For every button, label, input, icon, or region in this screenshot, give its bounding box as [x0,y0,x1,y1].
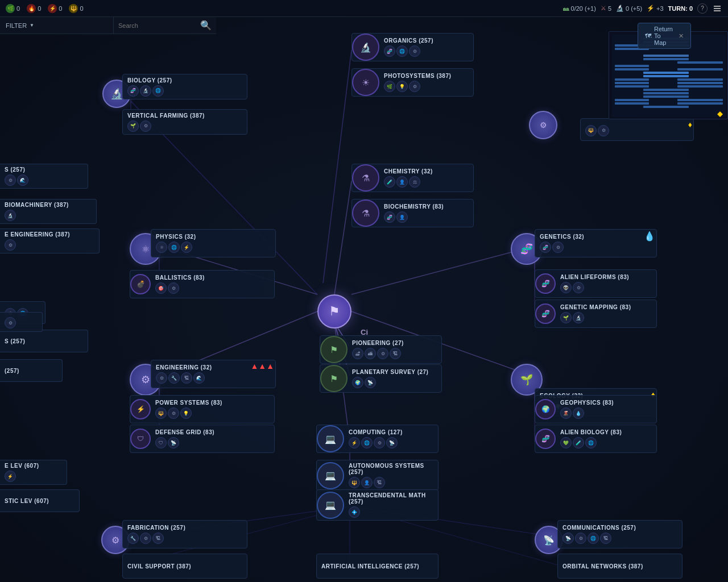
sub-icon: 🧪 [573,437,584,448]
e-lev-title: E LEV (607) [5,463,62,469]
left-257-title: (257) [5,368,57,374]
tech-node-alien-lifeforms[interactable]: 🧬 ALIEN LIFEFORMS (83) 👽 ⚙ [535,269,657,298]
planetary-survey-sub-icons: 🌍 📡 [352,377,437,388]
tech-node-organics[interactable]: 🔬 ORGANICS (257) 🧬 🌐 ⚙ [351,33,474,61]
tech-node-orbital-networks[interactable]: ORBITAL NETWORKS (387) [557,554,682,579]
planetary-survey-icon: ⚑ [330,373,338,384]
vertical-farming-title: VERTICAL FARMING (387) [127,113,242,119]
tech-node-left-s2[interactable]: S (257) [0,330,88,352]
sub-icon: 🔱 [349,477,360,488]
chemistry-sub-icons: 🧪 👤 ⚖ [384,176,469,188]
return-to-map-button[interactable]: 🗺 Return To Map ✕ [638,23,691,49]
tech-node-biomachinery[interactable]: BIOMACHINERY (387) 🔬 [0,199,97,224]
alien-lifeforms-sub-icons: 👽 ⚙ [560,282,652,293]
sub-icon: ⚙ [377,348,388,359]
sub-icon: ⚙ [374,437,385,448]
fabrication-hub-icon: ⚙ [111,535,119,546]
tech-node-biochemistry[interactable]: ⚗ BIOCHEMISTRY (83) 🧬 👤 [351,199,474,227]
left-257-content: (257) [0,365,62,376]
communications-content: COMMUNICATIONS (257) 📡 ⚙ 🌐 🏗 [558,522,682,546]
help-button[interactable]: ? [697,3,708,14]
tech-node-communications[interactable]: COMMUNICATIONS (257) 📡 ⚙ 🌐 🏗 [557,520,682,548]
tech-node-civil-support[interactable]: CIVIL SUPPORT (387) [122,554,247,579]
sub-icon: 🔱 [585,125,597,136]
tech-node-chemistry[interactable]: ⚗ CHEMISTRY (32) 🧪 👤 ⚖ [351,164,474,192]
geophysics-content: GEOPHYSICS (83) 🌋 💧 [556,397,656,421]
power-systems-icon-circle: ⚡ [130,399,151,419]
tech-node-computing[interactable]: 💻 COMPUTING (127) ⚡ 🌐 ⚙ 📡 [316,425,439,453]
menu-button[interactable] [712,3,722,14]
biology-content: BIOLOGY (257) 🧬 🔬 🌐 [123,75,247,99]
sub-icon: 👽 [560,282,572,293]
svg-rect-19 [677,85,723,88]
resource-red1: 🔥 0 [27,4,41,13]
turn-label: TURN: 0 [668,5,693,12]
sub-icon: 🌿 [384,81,395,92]
tech-node-geophysics[interactable]: 🌍 GEOPHYSICS (83) 🌋 💧 [535,395,657,423]
svg-rect-13 [643,75,689,77]
biochemistry-content: BIOCHEMISTRY (83) 🧬 👤 [379,201,473,225]
tech-node-ballistics[interactable]: 💣 BALLISTICS (83) 🎯 ⚙ [130,270,275,298]
sub-icon: ⚙ [5,174,16,186]
ballistics-sub-icons: 🎯 ⚙ [155,282,270,294]
tech-node-engineering[interactable]: ENGINEERING (32) ⚙ 🔧 🏗 🌊 ▲▲▲ [151,360,276,388]
physics-title: PHYSICS (32) [156,234,271,240]
close-icon[interactable]: ✕ [679,32,684,40]
filter-label: FILTER [6,22,27,29]
tech-node-biology[interactable]: BIOLOGY (257) 🧬 🔬 🌐 [122,74,247,99]
tech-node-genetics[interactable]: GENETICS (32) 🧬 ⚙ 💧 [535,229,657,257]
pioneering-content: PIONEERING (27) 🏕 🏙 ⚙ 🏗 [348,338,441,361]
tech-node-left-s1[interactable]: S (257) ⚙ 🌊 [0,164,88,189]
tech-node-vertical-farming[interactable]: VERTICAL FARMING (387) 🌱 ⚙ [122,109,247,135]
genetic-mapping-icon: 🧬 [541,310,550,318]
filter-button[interactable]: FILTER ▼ [0,22,113,29]
transcendental-math-title: TRANSCENDENTAL MATH (257) [349,492,433,505]
e-lev-content: E LEV (607) ⚡ [0,460,67,484]
search-icon[interactable]: 🔍 [196,20,216,31]
tech-node-autonomous-systems[interactable]: 💻 AUTONOMOUS SYSTEMS (257) 🔱 👤 🏗 [316,460,439,491]
tech-node-stic-lev[interactable]: STIC LEV (607) [0,489,80,512]
sub-icon: 🏕 [352,348,363,359]
geophysics-icon: 🌍 [541,405,550,413]
svg-rect-23 [615,99,649,101]
geophysics-icon-circle: 🌍 [535,399,556,419]
tech-node-fabrication[interactable]: FABRICATION (257) 🔧 ⚙ 🏗 [122,520,247,548]
genetic-mapping-title: GENETIC MAPPING (83) [560,304,652,310]
tech-node-defense-grid[interactable]: 🛡 DEFENSE GRID (83) 🛡 📡 [130,425,275,453]
resource-icon-1: 🌿 [6,4,15,13]
tech-node-top-right[interactable]: 🔱 ⚙ ♦ [580,118,694,141]
defense-grid-title: DEFENSE GRID (83) [155,429,270,435]
photosystems-title: PHOTOSYSTEMS (387) [384,73,469,79]
tech-node-transcendental-math[interactable]: 💻 TRANSCENDENTAL MATH (257) 💠 [316,489,439,521]
tech-node-left-engineering[interactable]: E ENGINEERING (387) ⚙ [0,228,100,253]
biology-hub-icon: 🔬 [110,88,123,100]
svg-rect-25 [615,102,649,105]
tech-node-power-systems[interactable]: ⚡ POWER SYSTEMS (83) 🔱 ⚙ 💡 [130,395,275,423]
tech-node-artificial-intelligence[interactable]: ARTIFICIAL INTELLIGENCE (257) [316,554,439,579]
tech-node-alien-biology[interactable]: 🧬 ALIEN BIOLOGY (83) 💚 🧪 🌐 [535,425,657,453]
sub-icon: 🔧 [127,533,139,544]
tech-node-pioneering[interactable]: ⚑ PIONEERING (27) 🏕 🏙 ⚙ 🏗 [320,335,442,364]
sub-icon: 💡 [396,81,408,92]
tech-node-left-257[interactable]: (257) [0,359,63,382]
top-right-hub[interactable]: ⚙ [529,111,557,139]
tech-node-genetic-mapping[interactable]: 🧬 GENETIC MAPPING (83) 🌱 🔬 [535,300,657,328]
sub-icon: 🧪 [384,176,395,188]
svg-rect-17 [677,82,723,84]
search-bar: 🔍 [114,17,216,34]
computing-title: COMPUTING (127) [349,429,433,435]
tech-node-left-partial2[interactable]: ⚙ [0,312,43,332]
tech-node-e-lev[interactable]: E LEV (607) ⚡ [0,460,67,485]
sub-icon: 🌱 [560,312,572,323]
pioneering-title: PIONEERING (27) [352,340,437,346]
sub-icon: 🏗 [600,533,611,544]
biomachinery-content: BIOMACHINERY (387) 🔬 [0,199,96,223]
resource-green1: 🌿 0 [6,4,20,13]
tech-node-photosystems[interactable]: ☀ PHOTOSYSTEMS (387) 🌿 💡 ⚙ [351,68,474,97]
habitation-hub[interactable]: ⚑ [317,294,351,329]
search-input[interactable] [114,22,196,29]
fabrication-sub-icons: 🔧 ⚙ 🏗 [127,533,242,544]
tech-node-planetary-survey[interactable]: ⚑ PLANETARY SURVEY (27) 🌍 📡 [320,364,442,393]
tech-node-physics[interactable]: PHYSICS (32) ⚛ 🌐 ⚡ [151,229,276,257]
svg-rect-21 [643,92,689,94]
